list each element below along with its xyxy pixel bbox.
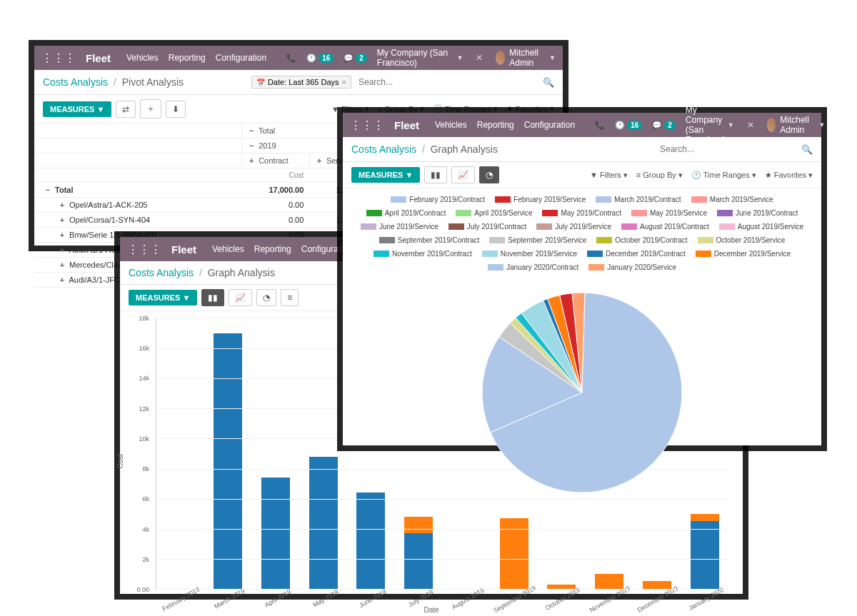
collapse-total[interactable]: −: [246, 126, 256, 135]
legend-item[interactable]: June 2019/Service: [361, 223, 438, 231]
x-tick: August 2019: [451, 587, 486, 611]
favorites-button[interactable]: ★ Favorites ▾: [765, 171, 813, 180]
stacked-icon[interactable]: ≡: [281, 289, 299, 306]
bar-segment[interactable]: [595, 574, 623, 589]
bar-segment[interactable]: [404, 517, 433, 533]
nav-reporting[interactable]: Reporting: [169, 53, 206, 63]
breadcrumb-sub: Graph Analysis: [208, 267, 275, 278]
barchart-icon[interactable]: ▮▮: [424, 166, 447, 183]
user-menu[interactable]: Mitchell Admin▼: [767, 115, 826, 135]
legend-item[interactable]: July 2019/Service: [536, 223, 611, 231]
groupby-button[interactable]: ≡ Group By ▾: [636, 171, 683, 180]
nav-vehicles[interactable]: Vehicles: [435, 120, 467, 130]
nav-reporting[interactable]: Reporting: [477, 120, 514, 130]
search-chip[interactable]: 📅 Date: Last 365 Days ×: [251, 76, 351, 89]
legend-item[interactable]: November 2019/Service: [482, 250, 577, 258]
piechart-icon[interactable]: ◔: [479, 166, 499, 183]
apps-icon[interactable]: ⋮⋮⋮: [350, 118, 384, 132]
clock-icon[interactable]: 🕐16: [615, 121, 642, 130]
brand[interactable]: Fleet: [86, 52, 111, 64]
bar-segment[interactable]: [309, 457, 338, 589]
legend-item[interactable]: January 2020/Service: [588, 263, 676, 271]
legend-item[interactable]: August 2019/Contract: [621, 223, 709, 231]
measures-button[interactable]: MEASURES ▼: [43, 101, 111, 117]
legend-item[interactable]: February 2019/Contract: [391, 196, 485, 203]
legend-item[interactable]: October 2019/Contract: [596, 236, 687, 244]
chat-icon[interactable]: 💬2: [652, 121, 676, 130]
bar-segment[interactable]: [404, 533, 433, 589]
bar-segment[interactable]: [643, 581, 671, 589]
legend-item[interactable]: August 2019/Service: [719, 223, 803, 231]
nav-configuration[interactable]: Configuration: [216, 53, 266, 63]
pivot-row-label[interactable]: − Total: [34, 183, 242, 198]
close-icon[interactable]: ✕: [473, 53, 486, 63]
legend-item[interactable]: January 2020/Contract: [488, 263, 578, 271]
legend-item[interactable]: March 2019/Contract: [596, 196, 681, 203]
pivot-cell: 0.00: [242, 198, 310, 213]
bar-segment[interactable]: [261, 478, 290, 589]
search-icon[interactable]: 🔍: [801, 144, 813, 155]
bar-segment[interactable]: [214, 333, 242, 589]
close-icon[interactable]: ✕: [744, 120, 757, 130]
phone-icon[interactable]: 📞: [286, 54, 296, 63]
breadcrumb-main[interactable]: Costs Analysis: [43, 76, 108, 88]
pivot-row-label[interactable]: + Opel/Corsa/1-SYN-404: [34, 213, 242, 228]
chat-icon[interactable]: 💬2: [344, 54, 367, 63]
linechart-icon[interactable]: 📈: [229, 289, 252, 306]
bar-segment[interactable]: [356, 493, 385, 589]
breadcrumb-sub: Graph Analysis: [431, 143, 498, 155]
legend-item[interactable]: June 2019/Contract: [717, 209, 798, 217]
bar-segment[interactable]: [691, 521, 719, 589]
bar-segment[interactable]: [691, 514, 719, 522]
breadcrumb-main[interactable]: Costs Analysis: [129, 267, 194, 278]
nav-vehicles[interactable]: Vehicles: [212, 244, 244, 254]
toolbar: MEASURES ▼ ▮▮ 📈 ◔ ▼ Filters ▾ ≡ Group By…: [343, 162, 821, 188]
linechart-icon[interactable]: 📈: [451, 166, 475, 183]
legend-item[interactable]: February 2019/Service: [495, 196, 586, 203]
timeranges-button[interactable]: 🕐 Time Ranges ▾: [691, 171, 756, 180]
x-tick: March 2019: [213, 587, 246, 610]
legend-item[interactable]: May 2019/Service: [631, 209, 707, 217]
legend-item[interactable]: October 2019/Service: [698, 236, 786, 244]
barchart-icon[interactable]: ▮▮: [201, 289, 224, 306]
legend-item[interactable]: September 2019/Service: [489, 236, 586, 244]
clock-icon[interactable]: 🕐16: [306, 54, 334, 63]
brand[interactable]: Fleet: [394, 119, 419, 131]
apps-icon[interactable]: ⋮⋮⋮: [127, 243, 161, 256]
piechart-icon[interactable]: ◔: [256, 289, 276, 306]
legend-item[interactable]: December 2019/Service: [696, 250, 791, 258]
search-input[interactable]: [656, 143, 798, 156]
breadcrumb-sub: Pivot Analysis: [122, 76, 184, 88]
legend-item[interactable]: July 2019/Contract: [448, 223, 526, 231]
legend-item[interactable]: April 2019/Service: [456, 209, 532, 217]
filters-button[interactable]: ▼ Filters ▾: [590, 171, 628, 180]
company-switcher[interactable]: My Company (San Francisco)▼: [686, 105, 734, 145]
legend-item[interactable]: December 2019/Contract: [587, 250, 686, 258]
legend-item[interactable]: November 2019/Contract: [374, 250, 472, 258]
nav-configuration[interactable]: Configuration: [524, 120, 575, 130]
chip-close-icon[interactable]: ×: [342, 78, 346, 86]
measures-button[interactable]: MEASURES ▼: [351, 167, 420, 183]
legend-item[interactable]: March 2019/Service: [691, 196, 773, 203]
legend-item[interactable]: May 2019/Contract: [542, 209, 621, 217]
breadcrumb-main[interactable]: Costs Analysis: [351, 143, 416, 155]
legend-item[interactable]: September 2019/Contract: [379, 236, 480, 244]
brand[interactable]: Fleet: [171, 243, 196, 256]
measures-button[interactable]: MEASURES ▼: [129, 290, 197, 306]
expand-all-button[interactable]: ＋: [140, 99, 161, 118]
legend-item[interactable]: April 2019/Contract: [366, 209, 446, 217]
nav-vehicles[interactable]: Vehicles: [126, 53, 159, 63]
breadcrumb-row: Costs Analysis / Pivot Analysis 📅 Date: …: [34, 70, 563, 95]
phone-icon[interactable]: 📞: [595, 121, 605, 130]
user-menu[interactable]: Mitchell Admin▼: [496, 48, 556, 68]
collapse-2019[interactable]: −: [246, 141, 256, 150]
apps-icon[interactable]: ⋮⋮⋮: [41, 51, 76, 65]
flip-axis-button[interactable]: ⇄: [116, 101, 136, 118]
download-button[interactable]: ⬇: [166, 101, 186, 118]
company-switcher[interactable]: My Company (San Francisco)▼: [377, 48, 463, 68]
search-icon[interactable]: 🔍: [543, 77, 554, 88]
nav-reporting[interactable]: Reporting: [254, 244, 291, 254]
search-input[interactable]: [354, 76, 540, 89]
navbar: ⋮⋮⋮ Fleet Vehicles Reporting Configurati…: [34, 46, 563, 70]
pivot-row-label[interactable]: + Opel/Astra/1-ACK-205: [34, 198, 242, 213]
